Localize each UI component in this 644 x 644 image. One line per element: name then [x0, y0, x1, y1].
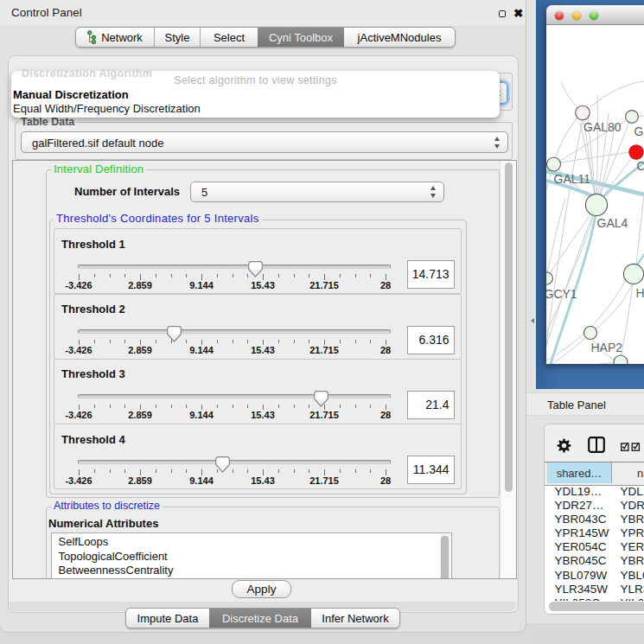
svg-text:GAL11: GAL11	[554, 172, 591, 186]
svg-text:HAP2: HAP2	[591, 341, 623, 354]
svg-text:GAL2: GAL2	[634, 124, 644, 138]
svg-text:HIS4: HIS4	[636, 286, 644, 300]
svg-text:GCY1: GCY1	[546, 287, 577, 301]
svg-text:CYC1: CYC1	[637, 159, 644, 173]
svg-text:GAL4: GAL4	[597, 216, 628, 230]
svg-text:GAL80: GAL80	[583, 120, 622, 134]
